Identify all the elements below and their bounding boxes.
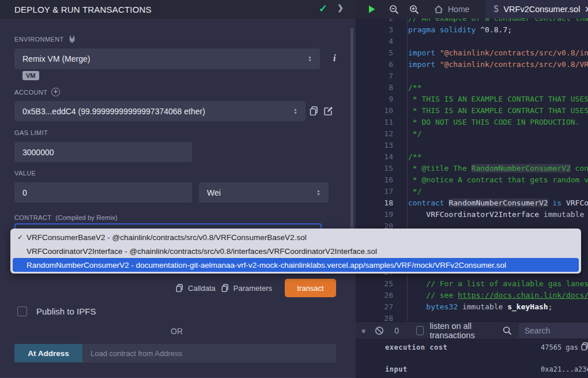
copy-icon: [221, 284, 229, 292]
panel-scrollbar[interactable]: [350, 28, 353, 253]
terminal-row-key: execution cost: [385, 343, 447, 351]
account-label: ACCOUNT +: [14, 88, 60, 96]
value-label: VALUE: [14, 170, 36, 177]
contract-option[interactable]: RandomNumberConsumerV2 - documentation-g…: [13, 258, 579, 272]
code-line: * @notice A contract that gets random va…: [408, 174, 588, 186]
or-label: OR: [0, 327, 353, 336]
plug-icon: [68, 35, 76, 43]
code-line: contract RandomNumberConsumerV2 is VRFCo…: [408, 197, 588, 209]
line-number: 19: [356, 209, 393, 220]
line-number: 8: [356, 82, 393, 93]
gas-limit-field[interactable]: [14, 142, 192, 162]
gas-limit-input[interactable]: [22, 148, 184, 157]
value-input[interactable]: [22, 188, 184, 197]
copy-account-icon[interactable]: [310, 106, 318, 115]
copy-value-icon[interactable]: [581, 342, 588, 350]
tab-home-label: Home: [448, 5, 469, 14]
line-number: 9: [356, 93, 393, 105]
select-arrows-icon: ▲▼: [316, 189, 321, 196]
line-number: 25: [356, 278, 393, 290]
tab-file-label: VRFv2Consumer.sol: [503, 5, 580, 14]
code-line: // An example of a consumer contract tha…: [408, 18, 588, 24]
code-line: // For a list of available gas lanes on …: [408, 278, 588, 290]
code-editor[interactable]: 2345678910111213141516171819202122232425…: [356, 18, 588, 321]
line-number: 28: [356, 313, 393, 321]
code-line: * @title The RandomNumberConsumerV2 cont…: [408, 163, 588, 174]
environment-value: Remix VM (Merge): [22, 54, 90, 63]
account-value: 0x5B3...eddC4 (99.99999999999997374068 e…: [22, 107, 205, 116]
environment-select[interactable]: Remix VM (Merge) ▲▼: [14, 48, 320, 69]
expand-terminal-icon[interactable]: »: [360, 329, 368, 332]
edit-account-icon[interactable]: [324, 106, 333, 115]
parameters-label: Parameters: [233, 284, 272, 293]
line-number: 11: [356, 117, 393, 128]
panel-header: DEPLOY & RUN TRANSACTIONS ✓ ❯: [0, 0, 356, 19]
value-unit: Wei: [207, 188, 221, 197]
line-number: 17: [356, 186, 393, 197]
line-number: 3: [356, 24, 393, 36]
code-line: * THIS IS AN EXAMPLE CONTRACT THAT USES …: [408, 93, 588, 105]
editor-toolbar: Home S VRFv2Consumer.sol ✕: [356, 0, 588, 18]
code-line: */: [408, 128, 421, 140]
solidity-file-icon: S: [493, 4, 499, 14]
line-number: 14: [356, 151, 393, 163]
calldata-action[interactable]: Calldata: [176, 284, 216, 293]
account-select[interactable]: 0x5B3...eddC4 (99.99999999999997374068 e…: [14, 101, 306, 121]
clear-console-icon[interactable]: [375, 322, 384, 339]
line-number: 5: [356, 47, 393, 59]
tab-home[interactable]: Home: [426, 0, 477, 18]
terminal-output: execution cost47565 gasinput0xa21...a23e…: [356, 339, 588, 378]
contract-dropdown-popup: ✓VRFConsumerBaseV2 - @chainlink/contract…: [10, 229, 581, 274]
contract-option[interactable]: VRFCoordinatorV2Interface - @chainlink/c…: [13, 244, 579, 258]
code-line: import "@chainlink/contracts/src/v0.8/in…: [408, 47, 588, 59]
line-number: 12: [356, 128, 393, 140]
code-line: bytes32 immutable s_keyHash;: [408, 301, 552, 313]
gutter-border: [407, 18, 408, 321]
environment-label: ENVIRONMENT: [14, 35, 76, 43]
search-icon: [503, 326, 512, 335]
vm-badge: VM: [22, 71, 39, 80]
code-line: /**: [408, 151, 421, 163]
close-tab-icon[interactable]: ✕: [585, 5, 588, 14]
line-number: 4: [356, 36, 393, 47]
deploy-run-panel: DEPLOY & RUN TRANSACTIONS ✓ ❯ ENVIRONMEN…: [0, 0, 356, 378]
line-number: 16: [356, 174, 393, 186]
contract-option[interactable]: ✓VRFConsumerBaseV2 - @chainlink/contract…: [13, 230, 579, 244]
at-address-input[interactable]: [82, 344, 336, 362]
tab-vrfv2consumer[interactable]: S VRFv2Consumer.sol ✕: [485, 0, 588, 18]
code-line: /**: [408, 82, 421, 93]
select-arrows-icon: ▲▼: [308, 55, 312, 62]
run-script-icon[interactable]: [367, 0, 376, 18]
terminal-row-key: input: [385, 365, 408, 373]
at-address-button[interactable]: At Address: [14, 344, 82, 362]
terminal-search-input[interactable]: [519, 323, 588, 338]
remix-ide-window: DEPLOY & RUN TRANSACTIONS ✓ ❯ ENVIRONMEN…: [0, 0, 588, 378]
parameters-action[interactable]: Parameters: [221, 284, 272, 293]
line-number: 26: [356, 290, 393, 301]
line-number: 18: [356, 197, 393, 209]
check-icon: ✓: [17, 233, 23, 241]
line-number: 2: [356, 18, 393, 24]
code-line: // see https://docs.chain.link/docs/vrf-…: [408, 290, 588, 301]
code-line: */: [408, 186, 421, 197]
code-line: * THIS IS AN EXAMPLE CONTRACT THAT USES …: [408, 105, 588, 117]
listen-transactions-checkbox[interactable]: [416, 326, 424, 335]
home-icon: [434, 5, 443, 14]
zoom-out-icon[interactable]: [389, 0, 399, 18]
zoom-in-icon[interactable]: [409, 0, 419, 18]
info-icon[interactable]: i: [333, 53, 336, 63]
chevron-right-icon[interactable]: ❯: [337, 3, 344, 12]
code-line: * DO NOT USE THIS CODE IN PRODUCTION.: [408, 117, 579, 128]
gas-limit-label: GAS LIMIT: [14, 129, 48, 136]
publish-ipfs-checkbox[interactable]: [17, 306, 27, 316]
publish-ipfs-label: Publish to IPFS: [36, 306, 96, 316]
add-account-icon[interactable]: +: [51, 88, 60, 96]
transact-button[interactable]: transact: [285, 279, 336, 297]
value-field[interactable]: [14, 182, 192, 203]
transaction-count: 0: [394, 326, 399, 335]
value-unit-select[interactable]: Wei ▲▼: [199, 182, 329, 203]
terminal-row-value: 0xa21...a23e4: [541, 365, 588, 373]
line-number: 10: [356, 105, 393, 117]
contract-label: CONTRACT (Compiled by Remix): [14, 214, 118, 221]
line-number: 7: [356, 70, 393, 82]
